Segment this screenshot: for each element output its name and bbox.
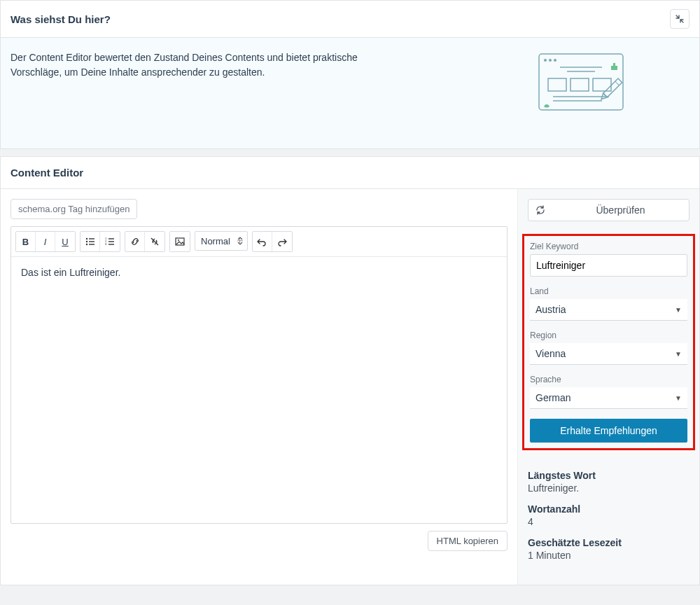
longest-word-label: Längstes Wort [528,470,690,481]
svg-rect-7 [570,78,589,91]
language-label: Sprache [530,375,687,384]
collapse-button[interactable] [670,9,690,29]
ordered-list-button[interactable]: 123 [100,232,120,251]
stats-section: Längstes Wort Luftreiniger. Wortanzahl 4… [528,460,690,585]
refresh-icon [536,205,545,215]
country-label: Land [530,286,687,296]
region-label: Region [530,331,687,340]
svg-rect-22 [108,241,114,242]
bullet-list-button[interactable] [80,232,100,251]
format-select[interactable]: Normal [195,231,248,251]
intro-body: Der Content Editor bewertet den Zustand … [1,38,699,148]
readtime-value: 1 Minuten [528,550,690,561]
editor-column: schema.org Tag hinzufügen B I U 123 [1,189,517,585]
svg-rect-11 [603,78,622,97]
format-select-label: Normal [201,236,230,246]
schema-tag-button[interactable]: schema.org Tag hinzufügen [10,199,137,219]
recommendations-button[interactable]: Erhalte Empfehlungen [530,419,687,443]
region-select[interactable]: Vienna ▼ [530,343,687,365]
verify-button[interactable]: Überprüfen [528,199,690,221]
chevron-down-icon: ▼ [675,350,682,358]
image-button[interactable] [170,232,190,251]
svg-rect-20 [108,238,114,239]
intro-header: Was siehst Du hier? [1,1,699,38]
intro-panel: Was siehst Du hier? Der Content Editor b… [0,0,700,149]
editor-box: B I U 123 [10,226,507,524]
unlink-icon [150,237,160,246]
longest-word-value: Luftreiniger. [528,482,690,494]
undo-button[interactable] [253,232,272,251]
svg-rect-24 [108,244,114,244]
undo-icon [257,237,267,246]
sidebar-column: Überprüfen Ziel Keyword Land Austria ▼ R… [517,189,699,585]
region-value: Vienna [536,348,566,359]
svg-rect-8 [593,78,611,91]
keyword-label: Ziel Keyword [530,242,687,251]
country-value: Austria [536,304,566,315]
svg-rect-16 [89,241,94,242]
content-editor-panel: Content Editor schema.org Tag hinzufügen… [0,156,700,585]
unlink-button[interactable] [145,232,164,251]
keyword-input[interactable] [530,254,687,277]
intro-title: Was siehst Du hier? [10,13,111,25]
svg-point-17 [85,244,87,245]
svg-rect-6 [548,78,566,91]
wordcount-label: Wortanzahl [528,503,690,515]
svg-text:3: 3 [105,242,107,246]
editor-content[interactable]: Das ist ein Luftreiniger. [11,257,507,523]
svg-point-13 [85,238,87,239]
svg-point-2 [549,59,552,62]
redo-icon [277,237,287,246]
content-editor-title: Content Editor [10,167,690,179]
chevron-updown-icon [237,237,243,245]
bold-button[interactable]: B [16,232,36,251]
highlighted-form: Ziel Keyword Land Austria ▼ Region Vienn… [522,234,695,450]
readtime-label: Geschätzte Lesezeit [528,537,690,548]
intro-text: Der Content Editor bewertet den Zustand … [10,50,388,113]
wordcount-value: 4 [528,516,690,527]
svg-rect-0 [539,54,623,110]
html-copy-button[interactable]: HTML kopieren [428,531,507,551]
language-select[interactable]: German ▼ [530,387,687,409]
language-value: German [536,392,571,403]
image-icon [175,237,185,246]
italic-button[interactable]: I [36,232,55,251]
svg-point-1 [544,59,547,62]
intro-illustration [536,50,648,113]
link-icon [130,237,140,246]
collapse-icon [676,15,684,23]
country-select[interactable]: Austria ▼ [530,299,687,321]
svg-point-15 [85,241,87,242]
chevron-down-icon: ▼ [675,394,682,402]
svg-rect-18 [89,244,94,244]
link-button[interactable] [125,232,145,251]
verify-label: Überprüfen [559,204,682,216]
editor-toolbar: B I U 123 [11,227,507,257]
svg-line-12 [615,81,620,85]
svg-point-26 [178,239,179,241]
chevron-down-icon: ▼ [675,306,682,314]
ordered-list-icon: 123 [105,237,115,246]
bullet-list-icon [85,237,95,246]
svg-rect-14 [89,238,94,239]
underline-button[interactable]: U [55,232,75,251]
svg-point-3 [554,59,556,62]
redo-button[interactable] [272,232,292,251]
content-editor-header: Content Editor [1,157,699,189]
